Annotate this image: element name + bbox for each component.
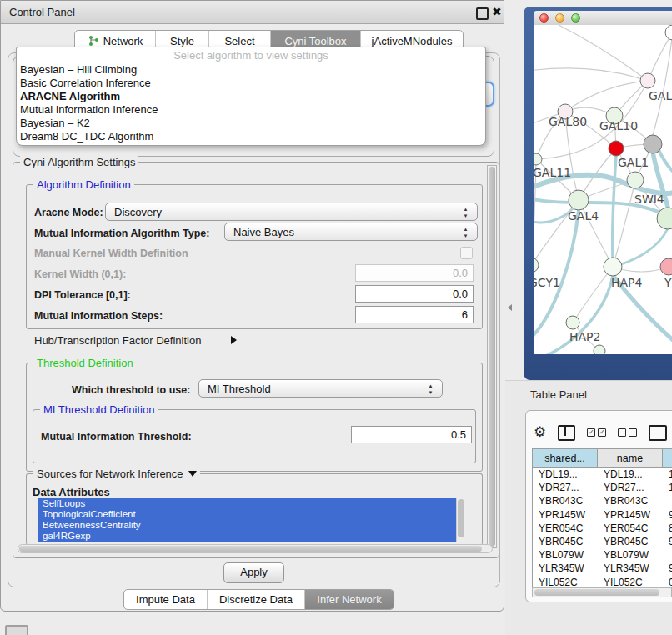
settings-vertical-scrollbar[interactable] <box>487 165 497 548</box>
dropdown-item[interactable]: Basic Correlation Inference <box>17 77 485 90</box>
network-node[interactable] <box>534 258 539 272</box>
tab-label: Impute Data <box>136 593 195 606</box>
mi-steps-field[interactable]: 6 <box>355 306 474 323</box>
minimized-panel-stub[interactable] <box>5 625 28 635</box>
collapse-down-icon[interactable] <box>188 471 197 477</box>
table-row[interactable]: YBL079WYBL079W <box>533 548 672 562</box>
table-row[interactable]: YLR345WYLR345W9. <box>533 562 672 575</box>
attribute-list-item[interactable]: TopologicalCoefficient <box>38 509 465 520</box>
checked-box-icon: ✓ <box>598 428 606 437</box>
table-cell: YDR27... <box>533 481 598 494</box>
column-header-shared-name[interactable]: shared... <box>533 449 598 467</box>
aracne-mode-combobox[interactable]: Discovery ▲▼ <box>105 202 478 221</box>
control-panel-titlebar[interactable]: Control Panel ✖ <box>1 1 504 24</box>
column-header-partial[interactable] <box>663 449 672 467</box>
tab-label: Infer Network <box>317 593 381 606</box>
table-cell: YIL052C <box>598 576 663 589</box>
kernel-width-label: Kernel Width (0,1): <box>34 268 126 280</box>
list-vertical-scrollbar[interactable] <box>456 498 465 542</box>
table-cell: YPR145W <box>533 508 598 522</box>
close-icon[interactable]: ✖ <box>492 5 502 18</box>
tab-label: Discretize Data <box>219 593 293 606</box>
scrollbar-thumb[interactable] <box>458 499 464 538</box>
window-zoom-button[interactable] <box>571 13 580 22</box>
scrollbar-thumb[interactable] <box>534 589 659 596</box>
window-close-button[interactable] <box>539 13 549 22</box>
mi-type-label: Mutual Information Algorithm Type: <box>34 228 209 239</box>
deselect-all-columns-icon[interactable] <box>618 428 637 437</box>
threshold-definition-title: Threshold Definition <box>33 357 137 369</box>
tab-infer-network[interactable]: Infer Network <box>305 590 394 609</box>
table-header-row: shared... name <box>533 449 672 468</box>
network-node[interactable] <box>665 25 672 40</box>
table-row[interactable]: YBR043CYBR043C <box>533 494 672 508</box>
expand-right-icon[interactable] <box>231 336 237 344</box>
table-row[interactable]: YIL052CYIL052C0. <box>533 576 672 589</box>
manual-kernel-checkbox[interactable] <box>460 247 473 259</box>
table-cell: 12 <box>663 481 672 494</box>
table-horizontal-scrollbar[interactable] <box>532 588 672 598</box>
network-node[interactable] <box>604 258 622 276</box>
network-node[interactable] <box>609 141 624 156</box>
stepper-arrows-icon: ▲▼ <box>462 206 469 219</box>
sources-group-title[interactable]: Sources for Network Inference <box>37 468 183 480</box>
network-node-label: GAL10 <box>599 119 638 132</box>
network-node[interactable] <box>640 73 655 88</box>
network-node-label: GAL4 <box>568 209 599 222</box>
gear-icon[interactable]: ⚙ <box>534 425 546 440</box>
table-row[interactable]: YPR145WYPR145W9. <box>533 508 672 522</box>
attribute-list-item[interactable]: BetweennessCentrality <box>38 520 465 531</box>
network-node-label: GAL11 <box>534 166 571 179</box>
settings-horizontal-scrollbar[interactable] <box>18 544 493 553</box>
kernel-width-field[interactable]: 0.0 <box>355 264 474 282</box>
window-minimize-button[interactable] <box>555 13 564 22</box>
column-header-name[interactable]: name <box>598 449 663 467</box>
mi-threshold-field[interactable]: 0.5 <box>351 426 472 443</box>
partial-toolbar-icon[interactable] <box>649 425 667 441</box>
attribute-list-item[interactable]: gal4RGexp <box>38 531 465 542</box>
panel-resize-arrow[interactable] <box>508 304 512 311</box>
table-cell: YDR27... <box>598 481 663 494</box>
tab-discretize-data[interactable]: Discretize Data <box>208 590 305 609</box>
network-canvas[interactable]: GALGAL80GAL10GAL1GAL11SWI4GAL4GCY1HAP4YH… <box>534 25 672 354</box>
mi-steps-label: Mutual Information Steps: <box>34 310 163 322</box>
network-node[interactable] <box>569 190 589 210</box>
network-node[interactable] <box>627 172 644 188</box>
sources-group-title-wrap: Sources for Network Inference <box>33 468 200 480</box>
table-row[interactable]: YDR27...YDR27...12 <box>533 481 672 494</box>
scrollbar-thumb[interactable] <box>19 546 482 552</box>
control-panel-window: Control Panel ✖ Network Style Select <box>0 0 504 612</box>
dropdown-item[interactable]: Bayesian – K2 <box>17 117 485 130</box>
data-attributes-list[interactable]: SelfLoopsTopologicalCoefficientBetweenne… <box>38 498 465 542</box>
mi-threshold-definition-title: MI Threshold Definition <box>40 403 158 416</box>
network-node[interactable] <box>594 345 605 354</box>
table-cell: YLR345W <box>598 562 663 575</box>
table-row[interactable]: YBR045CYBR045C9. <box>533 535 672 548</box>
network-node[interactable] <box>566 316 579 329</box>
network-node[interactable] <box>660 258 672 275</box>
hub-section-label[interactable]: Hub/Transcription Factor Definition <box>34 334 201 347</box>
tab-impute-data[interactable]: Impute Data <box>124 590 208 609</box>
mi-type-combobox[interactable]: Naive Bayes ▲▼ <box>224 222 478 241</box>
dpi-tolerance-field[interactable]: 0.0 <box>355 285 474 302</box>
attribute-list-item[interactable]: SelfLoops <box>38 498 465 509</box>
tab-label: Style <box>170 35 194 48</box>
network-window-titlebar[interactable] <box>534 11 672 25</box>
which-threshold-combobox[interactable]: MI Threshold ▲▼ <box>198 379 443 398</box>
network-edge <box>653 32 672 135</box>
dropdown-item[interactable]: Dream8 DC_TDC Algorithm <box>17 130 485 143</box>
apply-button[interactable]: Apply <box>223 562 284 583</box>
data-attributes-label: Data Attributes <box>33 486 110 498</box>
dropdown-item[interactable]: Bayesian – Hill Climbing <box>17 63 485 77</box>
select-all-columns-icon[interactable]: ✓ ✓ <box>587 428 606 437</box>
table-row[interactable]: YER054CYER054C8. <box>533 522 672 535</box>
table-panel-title: Table Panel <box>530 388 587 401</box>
dropdown-item[interactable]: Mutual Information Inference <box>17 103 485 117</box>
scrollbar-thumb[interactable] <box>489 167 495 547</box>
network-node[interactable] <box>644 135 662 153</box>
table-row[interactable]: YDL19...YDL19...13 <box>533 468 672 481</box>
network-node[interactable] <box>534 153 542 165</box>
float-window-icon[interactable] <box>476 8 489 20</box>
split-columns-icon[interactable] <box>558 425 575 441</box>
dropdown-item[interactable]: ARACNE Algorithm <box>17 90 485 103</box>
